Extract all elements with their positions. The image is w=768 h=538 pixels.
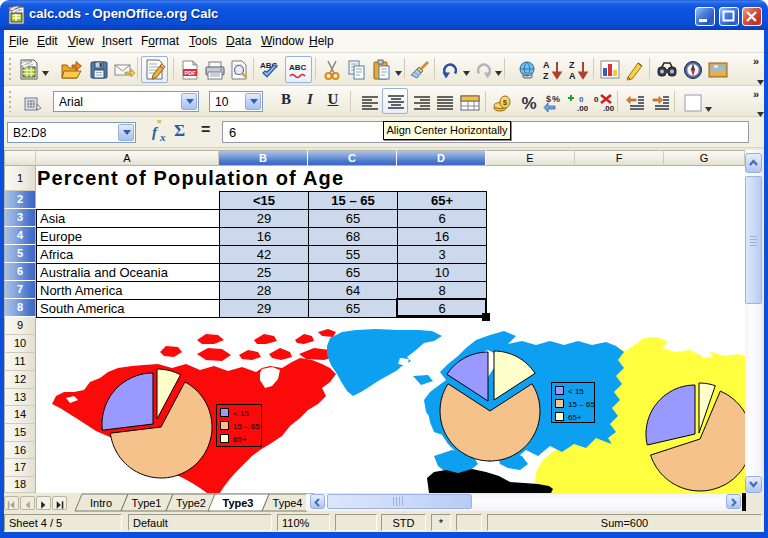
svg-text:$: $ xyxy=(546,94,551,104)
svg-text:A: A xyxy=(543,60,550,70)
svg-text:0: 0 xyxy=(579,95,584,104)
svg-text:Type1: Type1 xyxy=(132,497,162,509)
svg-text:ABC: ABC xyxy=(289,63,307,72)
svg-text:0: 0 xyxy=(594,95,599,104)
svg-text:Type4: Type4 xyxy=(273,497,303,509)
svg-text:.000: .000 xyxy=(577,104,588,113)
svg-text:$: $ xyxy=(503,98,508,107)
svg-text:%: % xyxy=(521,94,536,113)
svg-text:Z: Z xyxy=(569,60,575,70)
svg-text:Z: Z xyxy=(543,71,549,81)
svg-text:Type3: Type3 xyxy=(223,497,254,509)
svg-text:A: A xyxy=(569,71,576,81)
svg-text:x: x xyxy=(159,131,166,143)
svg-text:.000: .000 xyxy=(603,104,614,113)
svg-text:PDF: PDF xyxy=(185,70,197,76)
svg-text:%: % xyxy=(552,94,560,104)
svg-text:Type2: Type2 xyxy=(176,497,206,509)
svg-text:Intro: Intro xyxy=(90,497,112,509)
svg-text:f: f xyxy=(152,124,159,140)
